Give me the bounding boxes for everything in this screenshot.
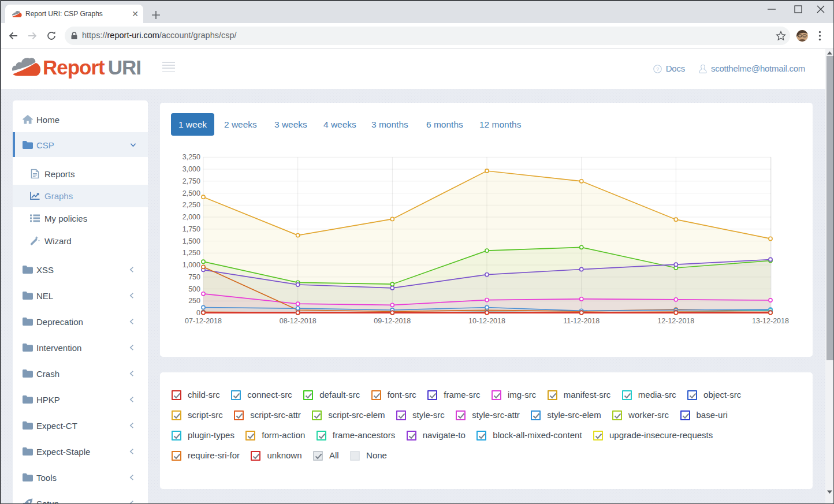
svg-text:500: 500 [188, 285, 200, 293]
svg-text:750: 750 [188, 273, 200, 281]
svg-text:1,750: 1,750 [183, 225, 200, 233]
svg-text:09-12-2018: 09-12-2018 [374, 317, 411, 325]
svg-text:250: 250 [188, 297, 200, 305]
svg-text:12-12-2018: 12-12-2018 [657, 317, 694, 325]
svg-text:3,000: 3,000 [183, 165, 200, 173]
svg-text:1,250: 1,250 [183, 249, 200, 257]
svg-text:2,000: 2,000 [183, 213, 200, 221]
svg-text:2,500: 2,500 [183, 189, 200, 197]
svg-text:?: ? [656, 66, 659, 72]
svg-text:2,750: 2,750 [183, 177, 200, 185]
svg-text:11-12-2018: 11-12-2018 [563, 317, 600, 325]
svg-text:1,000: 1,000 [183, 261, 200, 269]
svg-text:07-12-2018: 07-12-2018 [185, 317, 222, 325]
svg-text:3,250: 3,250 [183, 153, 200, 161]
svg-text:13-12-2018: 13-12-2018 [752, 317, 789, 325]
svg-text:1,500: 1,500 [183, 237, 200, 245]
svg-text:10-12-2018: 10-12-2018 [468, 317, 505, 325]
svg-text:0: 0 [196, 309, 200, 317]
svg-text:08-12-2018: 08-12-2018 [280, 317, 317, 325]
svg-text:2,250: 2,250 [183, 201, 200, 209]
